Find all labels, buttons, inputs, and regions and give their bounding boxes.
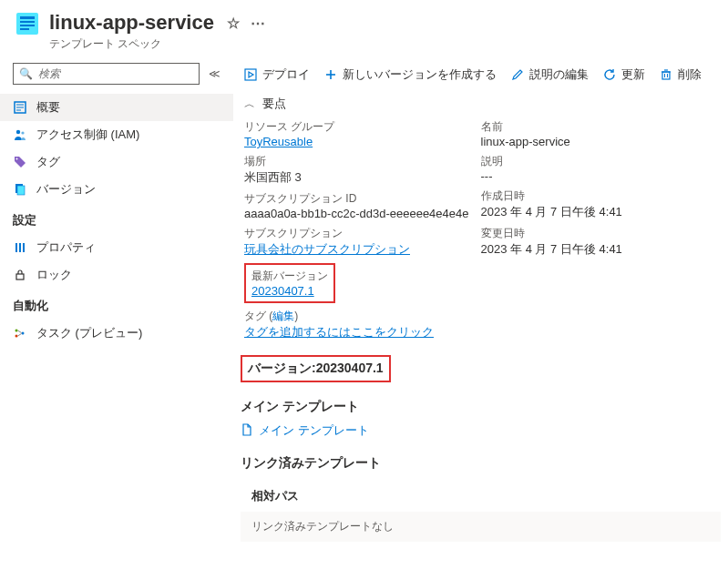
sidebar-item-properties[interactable]: プロパティ [0, 234, 233, 261]
svg-rect-13 [17, 186, 25, 195]
description-value: --- [481, 169, 718, 183]
delete-button[interactable]: 削除 [660, 66, 702, 83]
tasks-icon [13, 326, 27, 340]
sidebar-item-iam[interactable]: アクセス制御 (IAM) [0, 121, 233, 148]
template-spec-icon [15, 11, 40, 36]
properties-icon [13, 240, 27, 255]
modified-label: 変更日時 [481, 226, 718, 241]
subscription-link[interactable]: 玩具会社のサブスクリプション [244, 241, 481, 258]
sidebar-item-tasks[interactable]: タスク (プレビュー) [0, 320, 233, 347]
plus-icon [324, 68, 337, 81]
page-header: linux-app-service ☆ ⋯ テンプレート スペック [0, 0, 728, 59]
main-template-heading: メイン テンプレート [241, 399, 721, 415]
sidebar-search[interactable]: 🔍 [13, 63, 200, 85]
sidebar: 🔍 ≪ 概要 アクセス制御 (IAM) タグ [0, 59, 233, 569]
sidebar-item-label: 概要 [36, 99, 60, 116]
document-icon [241, 423, 253, 439]
linked-templates-empty: リンク済みテンプレートなし [241, 512, 721, 542]
refresh-button[interactable]: 更新 [603, 66, 645, 83]
sidebar-item-tags[interactable]: タグ [0, 148, 233, 176]
version-heading-highlight: バージョン:20230407.1 [241, 355, 391, 382]
sidebar-item-label: バージョン [36, 181, 96, 198]
sidebar-item-label: アクセス制御 (IAM) [36, 127, 139, 143]
search-icon: 🔍 [19, 67, 33, 80]
svg-rect-16 [23, 243, 25, 252]
people-icon [13, 127, 27, 142]
svg-rect-15 [19, 243, 21, 252]
svg-rect-23 [245, 69, 256, 80]
resource-group-link[interactable]: ToyReusable [244, 135, 481, 148]
sidebar-section-settings: 設定 [0, 203, 233, 234]
svg-line-21 [18, 330, 22, 333]
latest-version-link[interactable]: 20230407.1 [251, 284, 328, 298]
resource-group-label: リソース グループ [244, 119, 481, 135]
latest-version-highlight: 最新バージョン 20230407.1 [244, 263, 335, 303]
lock-icon [13, 268, 27, 282]
svg-rect-26 [662, 72, 670, 79]
overview-icon [13, 100, 27, 115]
command-bar: デプロイ 新しいバージョンを作成する 説明の編集 更新 [241, 63, 721, 92]
svg-rect-4 [20, 28, 29, 30]
main-template-link[interactable]: メイン テンプレート [241, 422, 369, 439]
sidebar-item-overview[interactable]: 概要 [0, 94, 233, 121]
favorite-star-icon[interactable]: ☆ [227, 15, 240, 32]
subscription-id-value: aaaa0a0a-bb1b-cc2c-dd3d-eeeeee4e4e4e [244, 207, 481, 220]
edit-description-button[interactable]: 説明の編集 [511, 66, 589, 83]
versions-icon [13, 182, 27, 197]
tag-icon [13, 155, 27, 169]
description-label: 説明 [481, 154, 718, 169]
svg-line-22 [18, 334, 22, 337]
sidebar-item-versions[interactable]: バージョン [0, 176, 233, 203]
more-menu-icon[interactable]: ⋯ [251, 15, 266, 32]
trash-icon [660, 68, 672, 81]
refresh-icon [603, 68, 616, 81]
svg-point-10 [21, 131, 24, 134]
collapse-sidebar-icon[interactable]: ≪ [209, 67, 220, 80]
modified-value: 2023 年 4 月 7 日午後 4:41 [481, 241, 718, 258]
subscription-label: サブスクリプション [244, 226, 481, 241]
sidebar-item-label: タスク (プレビュー) [36, 325, 142, 341]
tags-edit-link[interactable]: 編集 [272, 310, 294, 322]
svg-rect-17 [16, 274, 24, 279]
subscription-id-label: サブスクリプション ID [244, 191, 481, 207]
tags-label-row: タグ (編集) [244, 309, 481, 324]
location-value: 米国西部 3 [244, 169, 481, 186]
svg-rect-2 [20, 21, 35, 23]
svg-point-11 [16, 158, 18, 160]
svg-rect-3 [20, 25, 35, 26]
version-heading: バージョン:20230407.1 [248, 361, 384, 375]
svg-point-9 [16, 130, 20, 134]
sidebar-item-label: ロック [36, 267, 72, 283]
svg-rect-1 [20, 16, 35, 19]
search-input[interactable] [36, 66, 193, 81]
new-version-button[interactable]: 新しいバージョンを作成する [324, 66, 497, 83]
essentials-grid: リソース グループ ToyReusable 場所 米国西部 3 サブスクリプショ… [241, 119, 721, 346]
name-value: linux-app-service [481, 135, 718, 148]
essentials-toggle[interactable]: ︿ 要点 [241, 92, 721, 119]
relative-path-label: 相対パス [241, 479, 721, 512]
svg-point-20 [22, 332, 25, 335]
sidebar-item-locks[interactable]: ロック [0, 261, 233, 289]
pencil-icon [511, 68, 524, 81]
main-content: デプロイ 新しいバージョンを作成する 説明の編集 更新 [233, 59, 728, 569]
page-title: linux-app-service ☆ ⋯ [49, 11, 713, 35]
svg-point-19 [15, 335, 18, 338]
created-value: 2023 年 4 月 7 日午後 4:41 [481, 204, 718, 220]
deploy-icon [244, 68, 257, 81]
created-label: 作成日時 [481, 188, 718, 204]
sidebar-item-label: タグ [36, 154, 60, 170]
linked-templates-heading: リンク済みテンプレート [241, 455, 721, 472]
deploy-button[interactable]: デプロイ [244, 66, 310, 83]
svg-rect-0 [16, 13, 38, 35]
sidebar-section-automation: 自動化 [0, 289, 233, 320]
chevron-up-icon: ︿ [244, 97, 255, 112]
svg-rect-14 [15, 243, 17, 252]
name-label: 名前 [481, 119, 718, 135]
location-label: 場所 [244, 154, 481, 169]
page-subtitle: テンプレート スペック [49, 36, 713, 52]
svg-point-18 [15, 330, 18, 332]
tags-add-link[interactable]: タグを追加するにはここをクリック [244, 324, 481, 340]
sidebar-item-label: プロパティ [36, 239, 96, 256]
latest-version-label: 最新バージョン [251, 269, 328, 284]
